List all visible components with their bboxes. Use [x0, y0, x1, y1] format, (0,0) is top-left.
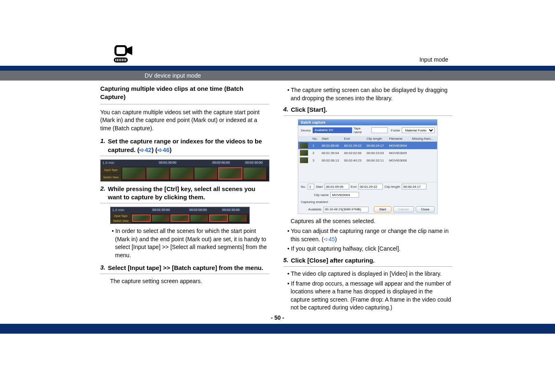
svg-rect-6	[122, 59, 123, 61]
cliplen-label: Clip length	[385, 185, 400, 189]
available-label: Available	[308, 208, 321, 211]
link-arrow-icon: ➪	[324, 236, 329, 242]
footer-bar	[0, 324, 555, 334]
start-label: Start	[316, 185, 323, 189]
step-heading: Set the capture range or indexes for the…	[108, 137, 269, 154]
step-result: The capture setting screen appears.	[100, 277, 269, 286]
device-select[interactable]: Available DV Camcorder	[313, 127, 352, 133]
th-no: No.	[311, 136, 320, 142]
no-input[interactable]	[308, 184, 314, 189]
step-heading: Select [Input tape] >> [Batch capture] f…	[108, 264, 263, 272]
page-number: - 50 -	[0, 314, 555, 321]
section-title: DV device input mode	[145, 72, 201, 79]
tape-name-input[interactable]	[371, 127, 388, 133]
thumbnail-icon	[300, 150, 308, 156]
close-button[interactable]: Close	[416, 206, 435, 212]
table-row[interactable]: 1 00:01:05:06 00:01:29:22 00:00:24:17 MO…	[298, 142, 437, 150]
step-number: 5.	[283, 256, 289, 265]
th-end: End	[343, 136, 365, 142]
batch-capture-dialog: Batch capture Device Available DV Camcor…	[298, 119, 438, 214]
step-heading: While pressing the [Ctrl] key, select al…	[108, 185, 269, 202]
timeline-screenshot: 1.0 min 00:01:30:00 00:02:00:00 00:02:30…	[100, 159, 269, 182]
capture-table: No. Start End Clip length Filename Missi…	[298, 136, 437, 164]
end-label: End	[351, 185, 357, 189]
timecode: 00:02:00:00	[212, 161, 230, 164]
clipname-label: Clip name	[314, 193, 329, 197]
step-heading: Click [Close] after capturing.	[291, 256, 375, 265]
svg-rect-4	[119, 59, 120, 61]
available-value	[323, 207, 368, 212]
page-link[interactable]: 46	[163, 146, 170, 153]
page-link[interactable]: 45	[329, 236, 335, 242]
side-button: Input Tape	[101, 166, 121, 174]
section-bar: DV device input mode	[0, 71, 555, 81]
cancel-button[interactable]: Cancel	[393, 206, 414, 212]
page-link[interactable]: 42	[145, 146, 152, 153]
table-row[interactable]: 3 00:02:08:13 00:02:40:23 00:00:32:11 MO…	[298, 157, 437, 164]
note-text: • If you quit capturing halfway, click […	[283, 245, 453, 253]
svg-rect-2	[115, 59, 116, 61]
intro-paragraph: You can capture multiple videos set with…	[100, 108, 269, 133]
folder-label: Folder	[391, 129, 401, 132]
device-label: Device	[301, 129, 311, 132]
timecode: 00:02:30:00	[244, 161, 263, 164]
clipname-input[interactable]	[330, 192, 359, 198]
start-input[interactable]	[325, 184, 349, 189]
step-number: 4.	[283, 106, 289, 114]
th-missing: Missing fram...	[410, 136, 437, 142]
cliplen-input[interactable]	[402, 184, 426, 189]
step-result: Captures all the scenes selected.	[283, 217, 453, 226]
th-length: Clip length	[365, 136, 387, 142]
thumbnail-icon	[300, 143, 308, 148]
link-arrow-icon: ➪	[157, 146, 163, 153]
svg-rect-3	[117, 59, 118, 61]
note-text: • If frame drop occurs, a message will a…	[283, 280, 453, 312]
capturing-enabled-label: Capturing enabled:	[301, 200, 329, 204]
folder-select[interactable]: Material Folder	[402, 127, 435, 133]
timeline-screenshot: 1.0 min 00:01:30:00 00:02:00:00 00:02:30…	[110, 207, 250, 224]
dialog-title: Batch capture	[298, 120, 437, 125]
svg-rect-8	[125, 59, 126, 61]
th-start: Start	[320, 136, 343, 142]
zoom-label: 1.0 min	[102, 161, 115, 165]
camcorder-icon	[113, 45, 138, 64]
note-text: • In order to select all the scenes for …	[110, 227, 269, 259]
svg-rect-0	[115, 46, 126, 55]
step-number: 1.	[100, 137, 106, 154]
mode-label: Input mode	[0, 49, 555, 66]
header-divider	[0, 66, 555, 71]
note-text: • You can adjust the capturing range or …	[283, 227, 453, 243]
end-input[interactable]	[358, 184, 383, 189]
th-filename: Filename	[387, 136, 410, 142]
svg-rect-5	[120, 59, 121, 61]
topic-title: Capturing multiple video clips at one ti…	[100, 85, 269, 101]
table-row[interactable]: 2 00:01:39:04 00:02:02:06 00:00:23:03 MO…	[298, 149, 437, 157]
step-heading: Click [Start].	[291, 106, 327, 114]
tape-label: Tape name	[354, 127, 370, 134]
start-button[interactable]: Start	[374, 206, 391, 212]
step-number: 3.	[100, 264, 106, 272]
step-number: 2.	[100, 185, 106, 202]
thumbnail-icon	[300, 157, 308, 163]
svg-rect-7	[124, 59, 124, 61]
note-text: • The video clip captured is displayed i…	[283, 270, 453, 278]
note-text: • The capture setting screen can also be…	[283, 86, 453, 102]
link-arrow-icon: ➪	[139, 146, 145, 153]
side-button: Switch View	[101, 174, 121, 181]
no-label: No.	[301, 185, 306, 189]
timecode: 00:01:30:00	[158, 161, 177, 164]
